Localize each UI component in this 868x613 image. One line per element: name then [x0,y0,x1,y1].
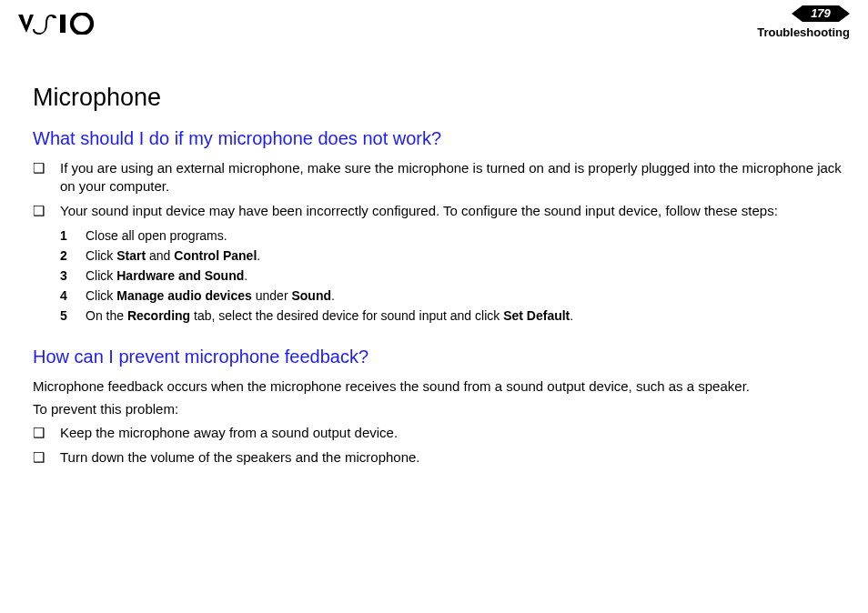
step-item: 4 Click Manage audio devices under Sound… [60,287,848,304]
step-text: Click Hardware and Sound. [86,267,848,284]
bullet-icon: ❑ [33,202,60,220]
step-item: 2 Click Start and Control Panel. [60,247,848,264]
step-item: 5 On the Recording tab, select the desir… [60,307,848,324]
page-nav: 179 [792,5,850,22]
question-heading: What should I do if my microphone does n… [33,126,848,150]
bullet-text: Keep the microphone away from a sound ou… [60,424,848,442]
step-text: On the Recording tab, select the desired… [86,307,848,324]
step-text: Click Start and Control Panel. [86,247,848,264]
svg-rect-0 [60,15,66,33]
step-text: Close all open programs. [86,227,848,244]
page-title: Microphone [33,82,848,114]
bullet-text: Turn down the volume of the speakers and… [60,448,848,467]
page-number: 179 [802,5,839,22]
bullet-item: ❑ Keep the microphone away from a sound … [33,424,848,442]
step-number: 5 [60,307,86,324]
vaio-logo [18,13,106,38]
section-title: Troubleshooting [757,25,850,39]
step-number: 4 [60,287,86,304]
bullet-icon: ❑ [33,159,60,195]
page-content: Microphone What should I do if my microp… [33,82,848,474]
prev-page-arrow-icon[interactable] [792,5,802,22]
step-number: 1 [60,227,86,244]
paragraph: To prevent this problem: [33,400,848,418]
bullet-text: Your sound input device may have been in… [60,202,848,220]
step-item: 1 Close all open programs. [60,227,848,244]
svg-point-1 [72,14,92,34]
bullet-icon: ❑ [33,424,60,442]
bullet-text: If you are using an external microphone,… [60,159,848,195]
step-text: Click Manage audio devices under Sound. [86,287,848,304]
paragraph: Microphone feedback occurs when the micr… [33,377,848,396]
bullet-item: ❑ If you are using an external microphon… [33,159,848,195]
step-number: 3 [60,267,86,284]
bullet-icon: ❑ [33,448,60,467]
next-page-arrow-icon[interactable] [839,5,850,22]
question-heading: How can I prevent microphone feedback? [33,345,848,368]
bullet-item: ❑ Turn down the volume of the speakers a… [33,448,848,467]
bullet-item: ❑ Your sound input device may have been … [33,202,848,220]
step-number: 2 [60,247,86,264]
step-item: 3 Click Hardware and Sound. [60,267,848,284]
